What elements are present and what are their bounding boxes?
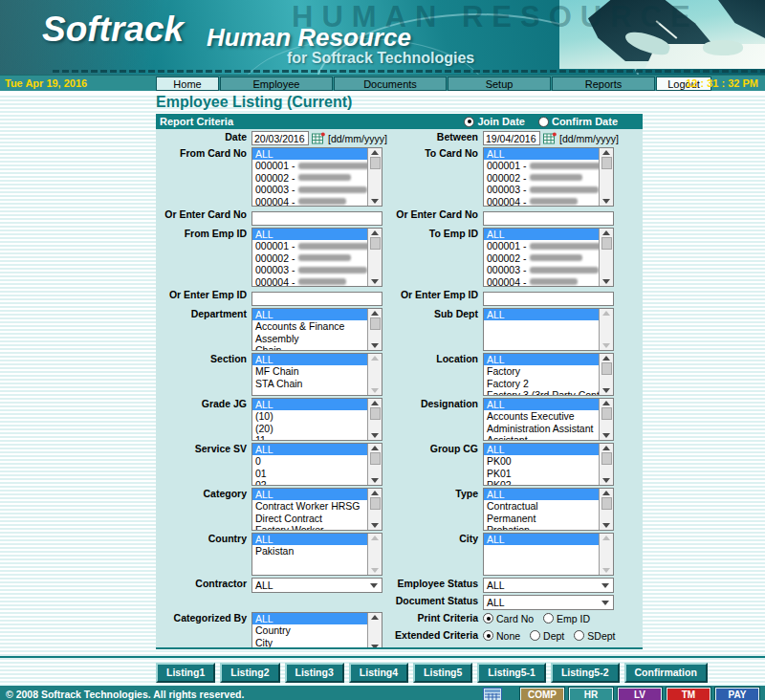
scroll-thumb[interactable]	[601, 452, 612, 465]
scroll-down-icon[interactable]	[371, 279, 379, 284]
list-item[interactable]: Factory Worker	[252, 524, 367, 530]
calendar-icon[interactable]	[543, 132, 557, 144]
list-item[interactable]: 000004 -	[484, 196, 599, 206]
country-listbox[interactable]: ALLPakistan	[251, 533, 382, 576]
scrollbar[interactable]	[367, 309, 382, 350]
scroll-down-icon[interactable]	[371, 523, 379, 528]
date-mode-option[interactable]: Join Date	[464, 116, 525, 127]
scroll-down-icon[interactable]	[371, 478, 379, 483]
list-item[interactable]: Factory	[484, 365, 599, 377]
list-item[interactable]: 000002 -	[484, 172, 599, 184]
list-item[interactable]: Accounts & Finance	[252, 320, 367, 332]
list-item[interactable]: 000001 -	[484, 160, 599, 171]
list-item[interactable]: ALL	[484, 229, 599, 240]
listing-button-listing3[interactable]: Listing3	[285, 663, 344, 683]
calculator-icon[interactable]	[483, 688, 502, 700]
scroll-up-icon[interactable]	[602, 230, 610, 235]
list-item[interactable]: MF Chain	[252, 365, 367, 377]
scrollbar[interactable]	[367, 148, 382, 206]
scroll-up-icon[interactable]	[602, 446, 610, 450]
scrollbar[interactable]	[599, 309, 613, 350]
scroll-thumb[interactable]	[601, 157, 612, 169]
extended-criteria-option[interactable]: None	[483, 630, 520, 642]
list-item[interactable]: ALL	[252, 489, 367, 500]
list-item[interactable]: Accounts Executive	[484, 410, 599, 422]
list-item[interactable]: 000002 -	[252, 252, 367, 264]
sub-dept-listbox[interactable]: ALL	[483, 308, 614, 351]
list-item[interactable]: 000003 -	[252, 184, 367, 195]
list-item[interactable]: Factory 3 (3rd Party Contract)	[484, 389, 599, 395]
scrollbar[interactable]	[367, 399, 382, 440]
print-criteria-option[interactable]: Emp ID	[543, 613, 590, 624]
list-item[interactable]: Permanent	[484, 513, 599, 524]
listing-button-listing2[interactable]: Listing2	[220, 663, 279, 683]
scroll-up-icon[interactable]	[371, 150, 379, 155]
scroll-thumb[interactable]	[601, 362, 612, 375]
list-item[interactable]: Assistant	[484, 434, 599, 440]
or-enter-card-no-to-input[interactable]	[483, 211, 614, 226]
listing-button-listing4[interactable]: Listing4	[349, 663, 408, 683]
list-item[interactable]: ALL	[484, 309, 599, 320]
list-item[interactable]: 000004 -	[252, 276, 367, 286]
scroll-down-icon[interactable]	[371, 645, 379, 649]
print-criteria-option[interactable]: Card No	[483, 613, 534, 624]
list-item[interactable]: 000001 -	[252, 240, 367, 252]
radio-unselected-icon[interactable]	[574, 630, 584, 641]
scroll-up-icon[interactable]	[371, 615, 379, 620]
employee-status-select[interactable]: ALL	[483, 578, 614, 593]
scrollbar[interactable]	[599, 148, 613, 206]
calendar-icon[interactable]	[312, 132, 325, 144]
designation-listbox[interactable]: ALLAccounts ExecutiveAdministration Assi…	[483, 398, 614, 441]
extended-criteria-option[interactable]: Dept	[530, 630, 564, 642]
scroll-thumb[interactable]	[370, 407, 381, 420]
list-item[interactable]: 000001 -	[484, 240, 599, 252]
extended-criteria-option[interactable]: SDept	[574, 630, 615, 642]
scrollbar[interactable]	[599, 399, 613, 440]
list-item[interactable]: Pakistan	[252, 545, 367, 557]
type-listbox[interactable]: ALLContractualPermanentProbation	[483, 488, 614, 531]
nav-tab-employee[interactable]: Employee	[220, 77, 333, 91]
scroll-up-icon[interactable]	[602, 401, 610, 405]
module-button-comp[interactable]: COMP	[520, 688, 564, 700]
scroll-up-icon[interactable]	[371, 536, 379, 540]
nav-tab-reports[interactable]: Reports	[552, 77, 655, 91]
list-item[interactable]: PK00	[484, 455, 599, 467]
list-item[interactable]: 000002 -	[252, 172, 367, 184]
scroll-up-icon[interactable]	[371, 356, 379, 361]
list-item[interactable]: City	[252, 637, 367, 648]
radio-unselected-icon[interactable]	[543, 613, 554, 623]
scroll-thumb[interactable]	[370, 157, 381, 169]
list-item[interactable]: 000003 -	[484, 264, 599, 275]
scroll-down-icon[interactable]	[602, 478, 610, 483]
scroll-down-icon[interactable]	[602, 343, 610, 348]
nav-tab-documents[interactable]: Documents	[334, 77, 447, 91]
scroll-thumb[interactable]	[601, 237, 612, 250]
radio-selected-icon[interactable]	[483, 613, 493, 623]
scroll-up-icon[interactable]	[602, 356, 610, 361]
list-item[interactable]: ALL	[252, 148, 367, 160]
from-emp-id-listbox[interactable]: ALL000001 -000002 -000003 -000004 -	[251, 228, 382, 287]
group-cg-listbox[interactable]: ALLPK00PK01PK02	[483, 443, 614, 486]
or-enter-emp-id-from-input[interactable]	[251, 292, 382, 306]
list-item[interactable]: 000004 -	[252, 196, 367, 206]
to-emp-id-listbox[interactable]: ALL000001 -000002 -000003 -000004 -	[483, 228, 614, 287]
scroll-down-icon[interactable]	[371, 199, 379, 204]
contractor-select[interactable]: ALL	[251, 578, 382, 593]
scroll-up-icon[interactable]	[371, 446, 379, 450]
list-item[interactable]: PK02	[484, 479, 599, 485]
listing-button-listing1[interactable]: Listing1	[156, 663, 215, 683]
city-listbox[interactable]: ALL	[483, 533, 614, 576]
list-item[interactable]: ALL	[252, 613, 367, 624]
list-item[interactable]: 000003 -	[484, 184, 599, 195]
nav-tab-home[interactable]: Home	[156, 77, 219, 91]
scrollbar[interactable]	[599, 534, 613, 575]
scrollbar[interactable]	[367, 229, 382, 286]
scroll-down-icon[interactable]	[602, 199, 610, 204]
scroll-thumb[interactable]	[370, 317, 381, 330]
scrollbar[interactable]	[367, 489, 382, 530]
list-item[interactable]: ALL	[484, 354, 599, 365]
scrollbar[interactable]	[599, 489, 613, 530]
list-item[interactable]: PK01	[484, 468, 599, 479]
list-item[interactable]: (20)	[252, 423, 367, 434]
categorized-by-listbox[interactable]: ALLCountryCity	[251, 612, 382, 649]
